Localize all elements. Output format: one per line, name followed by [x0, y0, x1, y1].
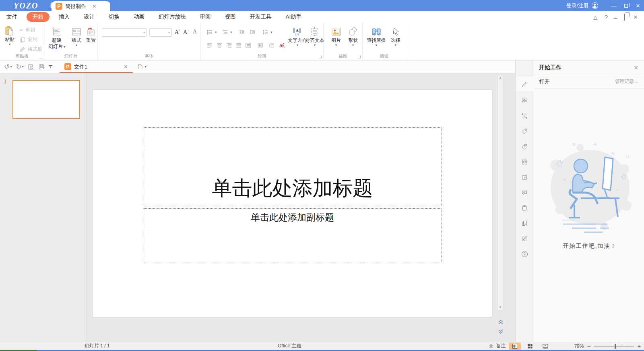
justify-button[interactable]	[235, 42, 242, 48]
document-tab[interactable]: P 简报制作 ✕	[52, 1, 110, 11]
layout-button[interactable]: 版式 ▾	[69, 27, 84, 46]
numbered-list-button[interactable]: ▾	[222, 29, 232, 35]
menu-design[interactable]: 设计	[79, 12, 99, 22]
menu-transition[interactable]: 切换	[104, 12, 124, 22]
menu-file[interactable]: 文件	[2, 12, 22, 22]
comment-icon[interactable]	[516, 185, 533, 200]
clear-all-format-button[interactable]: AA	[279, 42, 285, 48]
menu-devtools[interactable]: 开发工具	[245, 12, 277, 22]
apps-grid-icon[interactable]	[516, 155, 533, 169]
menu-animation[interactable]: 动画	[129, 12, 149, 22]
help-icon[interactable]: ?	[603, 14, 610, 21]
align-left-button[interactable]	[206, 42, 213, 48]
window-minimize-button[interactable]: —	[608, 0, 620, 11]
tools-icon[interactable]	[516, 109, 533, 123]
font-size-combobox[interactable]: ▾	[149, 28, 172, 37]
menu-review[interactable]: 审阅	[195, 12, 216, 22]
picture-button[interactable]: 图片 ▾	[329, 27, 343, 46]
previous-slide-button[interactable]	[497, 319, 504, 326]
open-label[interactable]: 打开	[539, 78, 550, 85]
picture-caret[interactable]: ▾	[335, 44, 337, 46]
zoom-slider-thumb[interactable]	[615, 344, 616, 349]
align-center-button[interactable]	[216, 42, 223, 48]
slide-sorter-view-button[interactable]	[524, 343, 536, 350]
manage-records-link[interactable]: 管理记录...	[615, 78, 638, 85]
slide-canvas[interactable]: 单击此处添加标题 单击此处添加副标题	[87, 73, 506, 342]
title-placeholder[interactable]: 单击此处添加标题	[143, 127, 442, 206]
next-slide-button[interactable]	[497, 328, 504, 334]
paragraph-dialog-launcher[interactable]	[319, 56, 322, 58]
slideshow-view-button[interactable]	[539, 343, 551, 350]
screenshot-icon[interactable]	[516, 170, 533, 185]
tag-icon[interactable]	[516, 124, 533, 139]
find-replace-button[interactable]: 查找替换 ▾	[366, 27, 387, 46]
scroll-up-icon[interactable]: ▲	[498, 75, 503, 80]
font-name-combobox[interactable]: ▾	[102, 28, 147, 37]
increase-indent-button[interactable]	[249, 29, 256, 35]
new-slide-caret[interactable]: ▾	[64, 46, 66, 48]
undo-button[interactable]: ↺▾	[4, 63, 12, 71]
clipboard-dialog-launcher[interactable]	[39, 56, 42, 58]
align-right-button[interactable]	[226, 42, 232, 48]
new-document-button[interactable]: ▾	[137, 64, 147, 70]
normal-view-button[interactable]	[509, 343, 521, 350]
line-spacing-button[interactable]: ▾	[262, 29, 272, 35]
text-frame-button[interactable]	[257, 42, 264, 48]
paste-dropdown-caret[interactable]: ▾	[9, 43, 11, 46]
shape-button[interactable]: 形状 ▾	[346, 27, 360, 46]
settings-sliders-icon[interactable]	[516, 93, 533, 107]
minimize-icon[interactable]	[613, 15, 617, 19]
bullet-list-button[interactable]: ▾	[206, 29, 217, 35]
clear-format-button[interactable]: A	[193, 29, 197, 35]
slide-thumbnail-panel[interactable]: 1	[0, 73, 87, 342]
menu-home[interactable]: 开始	[27, 12, 50, 22]
menu-insert[interactable]: 插入	[54, 12, 74, 22]
shape-caret[interactable]: ▾	[352, 44, 354, 46]
new-slide-button[interactable]: 新建 幻灯片▾	[47, 27, 66, 49]
illustration-dialog-launcher[interactable]	[358, 56, 361, 58]
paste-button[interactable]: 粘贴 ▾	[2, 26, 17, 46]
close-document-icon[interactable]: ✕	[124, 64, 128, 70]
slide-editing-surface[interactable]: 单击此处添加标题 单击此处添加副标题	[93, 90, 492, 317]
zoom-slider[interactable]	[594, 346, 634, 347]
edit-tool-icon[interactable]	[516, 77, 533, 91]
scroll-down-icon[interactable]: ▼	[498, 305, 503, 310]
restore-icon[interactable]	[621, 14, 628, 20]
open-document-tab[interactable]: P 文件1 ✕	[60, 60, 133, 73]
print-preview-button[interactable]	[28, 64, 34, 70]
text-direction-button[interactable]: A 文字方向 ▾	[288, 27, 307, 46]
menu-ai-assistant[interactable]: AI助手	[281, 12, 307, 22]
select-button[interactable]: 选择 ▾	[388, 27, 403, 46]
menu-view[interactable]: 视图	[220, 12, 241, 22]
distribute-button[interactable]	[245, 42, 252, 48]
clipboard-icon[interactable]	[516, 201, 533, 215]
slide-thumbnail-1[interactable]	[12, 80, 80, 119]
align-text-button[interactable]: 对齐文本 ▾	[306, 27, 323, 46]
zoom-out-button[interactable]: −	[587, 343, 590, 349]
text-direction-caret[interactable]: ▾	[297, 44, 299, 46]
user-avatar-icon[interactable]	[592, 2, 598, 9]
customize-toolbar-button[interactable]: ▾	[49, 65, 52, 69]
chart-flag-icon[interactable]	[516, 139, 533, 154]
compose-icon[interactable]	[516, 231, 533, 246]
decrease-indent-button[interactable]	[239, 29, 245, 35]
notes-button[interactable]: 备注	[488, 343, 506, 349]
window-close-button[interactable]: ✕	[632, 0, 644, 11]
save-button[interactable]	[38, 64, 45, 70]
find-replace-caret[interactable]: ▾	[376, 44, 378, 46]
window-restore-button[interactable]	[620, 0, 632, 11]
help-icon[interactable]: ?	[516, 247, 533, 261]
cut-button[interactable]: ✂ 剪切	[19, 27, 35, 33]
collapse-ribbon-icon[interactable]: △	[592, 14, 599, 20]
select-caret[interactable]: ▾	[395, 44, 397, 46]
copy-pages-icon[interactable]	[516, 216, 533, 231]
task-pane-close-icon[interactable]: ✕	[634, 64, 638, 71]
redo-button[interactable]: ↻▾	[16, 63, 23, 71]
vertical-spacing-button[interactable]	[268, 42, 275, 48]
grow-font-button[interactable]: A↑	[175, 29, 180, 35]
align-text-caret[interactable]: ▾	[314, 44, 316, 46]
reset-slide-button[interactable]: 重置	[85, 27, 97, 43]
vertical-scrollbar[interactable]: ▲ ▼	[497, 75, 503, 310]
format-painter-button[interactable]: 格式刷	[19, 46, 42, 53]
document-tab-close-icon[interactable]: ✕	[92, 3, 97, 9]
